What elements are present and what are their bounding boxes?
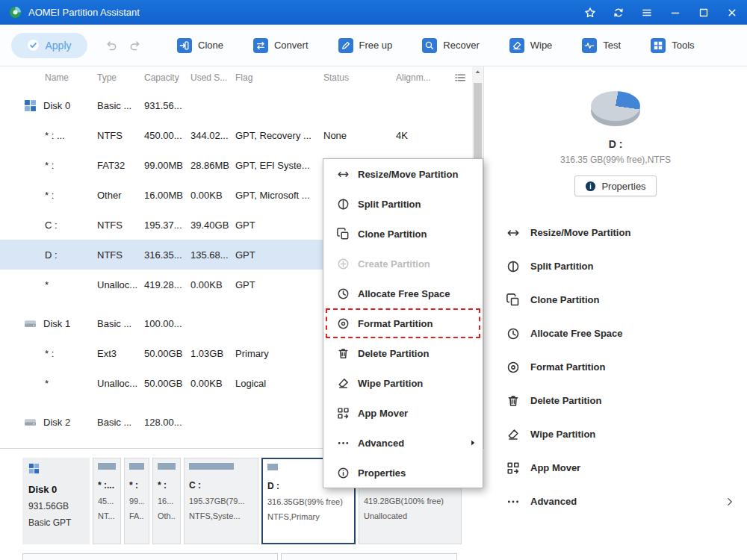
row-capacity: 99.00MB: [140, 160, 187, 171]
partition-label: C :: [189, 480, 253, 491]
menu-item-advanced[interactable]: Advanced: [323, 428, 483, 458]
toolbar-button-recover[interactable]: Recover: [422, 38, 479, 53]
panel-item-resize-move[interactable]: Resize/Move Partition: [484, 216, 747, 249]
row-capacity: 50.00GB: [140, 348, 187, 359]
toolbar-button-clone[interactable]: Clone: [177, 38, 223, 53]
split-icon: [506, 260, 520, 273]
menu-item-label: Split Partition: [358, 199, 421, 210]
row-used: 1.03GB: [187, 348, 232, 359]
undo-icon[interactable]: [105, 39, 118, 52]
partition-block-c[interactable]: C : 195.37GB(79... NTFS,Syste...: [184, 458, 258, 544]
partition-block[interactable]: * : 16... Oth...: [152, 458, 181, 544]
menu-item-label: Properties: [358, 467, 406, 479]
row-used: 0.00KB: [187, 279, 232, 290]
convert-icon: [253, 38, 268, 53]
disk-size: 931.56GB: [28, 501, 84, 511]
column-header-flag[interactable]: Flag: [232, 72, 320, 83]
row-used: 344.02...: [187, 130, 232, 141]
row-flag: Primary: [232, 348, 320, 359]
menu-item-allocate[interactable]: Allocate Free Space: [323, 279, 483, 308]
row-name: *: [0, 378, 93, 389]
panel-item-allocate[interactable]: Allocate Free Space: [484, 317, 747, 350]
column-settings-icon[interactable]: [448, 72, 466, 84]
toolbar-label: Convert: [274, 40, 309, 51]
row-capacity: 316.35...: [140, 249, 187, 261]
toolbar-button-tools[interactable]: Tools: [651, 38, 694, 53]
row-type: Basic ...: [93, 100, 140, 111]
scroll-up-icon[interactable]: [472, 66, 483, 78]
partition-size: 316.35GB(99% free): [267, 497, 350, 506]
freeup-icon: [338, 38, 353, 53]
row-type: NTFS: [93, 220, 140, 231]
partition-fs: NTFS,Primary: [267, 512, 350, 521]
panel-item-format[interactable]: Format Partition: [484, 350, 747, 384]
menu-item-delete[interactable]: Delete Partition: [323, 338, 483, 368]
row-used: 28.86MB: [187, 160, 232, 171]
panel-item-label: Split Partition: [530, 261, 594, 272]
menu-item-app-mover[interactable]: App Mover: [323, 398, 483, 428]
toolbar-button-convert[interactable]: Convert: [253, 38, 309, 53]
menu-item-split[interactable]: Split Partition: [323, 189, 483, 219]
table-row-disk0[interactable]: Disk 0 Basic ... 931.56...: [0, 90, 472, 120]
redo-icon[interactable]: [128, 39, 141, 52]
menu-item-wipe[interactable]: Wipe Partition: [323, 368, 483, 398]
disk0-info-block[interactable]: Disk 0 931.56GB Basic GPT: [22, 458, 90, 544]
apply-button[interactable]: Apply: [11, 33, 87, 58]
app-title: AOMEI Partition Assistant: [28, 7, 140, 18]
toolbar-button-test[interactable]: Test: [582, 38, 621, 53]
column-header-type[interactable]: Type: [93, 72, 140, 83]
panel-item-delete[interactable]: Delete Partition: [484, 384, 747, 417]
column-header-used[interactable]: Used S...: [187, 72, 232, 83]
partition-label: * :...: [98, 480, 116, 491]
submenu-arrow-icon: [468, 438, 477, 447]
toolbar-label: Free up: [359, 40, 393, 51]
panel-item-label: App Mover: [530, 462, 580, 473]
wipe-icon: [337, 377, 350, 390]
menu-item-label: Allocate Free Space: [358, 288, 450, 299]
wipe-icon: [506, 428, 520, 441]
menu-item-properties[interactable]: Properties: [323, 458, 483, 488]
row-used: 39.40GB: [187, 220, 232, 231]
clone-icon: [337, 228, 350, 240]
maximize-button[interactable]: [698, 7, 710, 19]
column-header-align[interactable]: Alignm...: [392, 72, 448, 83]
menu-item-clone[interactable]: Clone Partition: [323, 219, 483, 249]
minimize-button[interactable]: [669, 7, 681, 19]
panel-item-wipe[interactable]: Wipe Partition: [484, 417, 747, 451]
row-name: * :: [0, 160, 93, 171]
panel-item-app-mover[interactable]: App Mover: [484, 451, 747, 485]
menu-item-resize-move[interactable]: Resize/Move Partition: [323, 159, 483, 189]
partition-block[interactable]: * : 99... FA...: [124, 458, 149, 544]
toolbar-button-wipe[interactable]: Wipe: [509, 38, 553, 53]
chevron-right-icon: [725, 497, 735, 507]
menu-item-format-highlighted[interactable]: Format Partition: [323, 308, 483, 338]
column-header-capacity[interactable]: Capacity: [140, 72, 187, 83]
partition-fs: FA...: [129, 511, 144, 520]
check-circle-icon: [27, 39, 40, 52]
column-header-name[interactable]: Name: [0, 72, 93, 83]
row-name: * :: [0, 190, 93, 201]
partition-size: 419.28GB(100% free): [364, 497, 456, 505]
properties-button[interactable]: Properties: [574, 175, 656, 196]
app-mover-icon: [506, 461, 520, 475]
context-menu: Resize/Move Partition Split Partition Cl…: [323, 158, 483, 488]
row-type: Unalloc...: [93, 378, 140, 389]
table-row[interactable]: * : ... NTFS 450.00... 344.02... GPT, Re…: [0, 120, 472, 150]
partition-block[interactable]: * :... 45... NT...: [93, 458, 121, 544]
toolbar-label: Recover: [443, 40, 479, 51]
favorite-star-icon[interactable]: [584, 7, 596, 19]
panel-item-clone[interactable]: Clone Partition: [484, 283, 747, 317]
pie-chart: [589, 87, 642, 126]
app-window: AOMEI Partition Assistant Apply Clone Co…: [0, 0, 747, 560]
column-header-status[interactable]: Status: [320, 72, 392, 83]
hamburger-menu-icon[interactable]: [641, 7, 653, 19]
toolbar-button-freeup[interactable]: Free up: [338, 38, 393, 53]
right-panel-menu: Resize/Move Partition Split Partition Cl…: [484, 216, 747, 518]
panel-item-label: Advanced: [530, 496, 577, 507]
toolbar-label: Wipe: [530, 40, 553, 51]
panel-item-advanced[interactable]: Advanced: [484, 485, 747, 518]
row-name: * : ...: [0, 130, 93, 141]
close-button[interactable]: [726, 7, 738, 19]
panel-item-split[interactable]: Split Partition: [484, 249, 747, 283]
refresh-icon[interactable]: [613, 7, 624, 19]
